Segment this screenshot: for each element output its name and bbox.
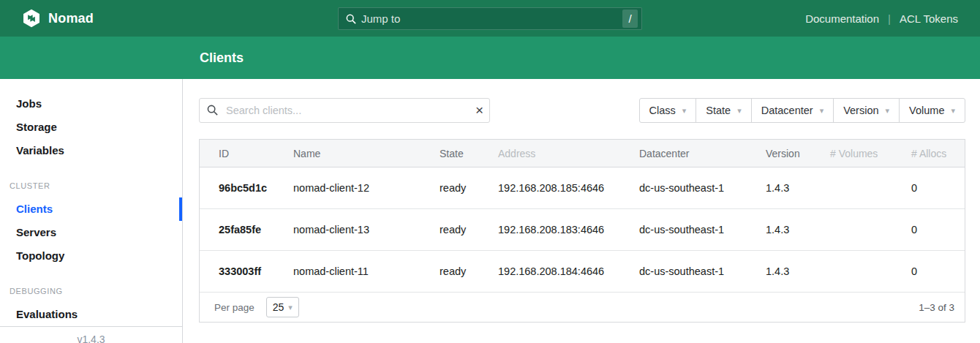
search-icon [346, 14, 356, 24]
filter-volume[interactable]: Volume ▾ [899, 98, 965, 123]
client-volumes [830, 209, 911, 251]
sidebar-item-servers[interactable]: Servers [0, 221, 182, 244]
filter-version[interactable]: Version ▾ [833, 98, 900, 123]
client-volumes [830, 167, 911, 209]
active-indicator [179, 197, 182, 221]
client-volumes [830, 251, 911, 293]
version-label: v1.4.3 [0, 326, 182, 343]
clear-search-button[interactable]: × [475, 102, 483, 119]
filter-label: Version [843, 105, 878, 116]
pagination-range: 1–3 of 3 [919, 302, 954, 313]
filter-label: Datacenter [761, 105, 813, 116]
sidebar-item-evaluations[interactable]: Evaluations [0, 303, 182, 326]
column-header-datacenter[interactable]: Datacenter [639, 140, 766, 167]
client-search: × [199, 98, 490, 123]
client-address: 192.168.208.185:4646 [498, 167, 639, 209]
client-name: nomad-client-12 [293, 167, 440, 209]
column-header-address: Address [498, 140, 639, 167]
table-row[interactable]: 333003ff nomad-client-11 ready 192.168.2… [200, 251, 965, 293]
chevron-down-icon: ▾ [737, 106, 742, 116]
column-header-version[interactable]: Version [766, 140, 830, 167]
client-address: 192.168.208.183:4646 [498, 209, 639, 251]
keyboard-shortcut-hint: / [622, 10, 638, 28]
table-header-row: ID Name State Address Datacenter Version… [200, 140, 965, 167]
top-navbar: Nomad / Documentation | ACL Tokens [0, 0, 980, 37]
client-address: 192.168.208.184:4646 [498, 251, 639, 293]
per-page-value: 25 [273, 301, 284, 313]
column-header-name[interactable]: Name [293, 140, 440, 167]
table-row[interactable]: 96bc5d1c nomad-client-12 ready 192.168.2… [200, 167, 965, 209]
jump-to-search[interactable]: / [338, 7, 642, 30]
column-header-id[interactable]: ID [200, 140, 293, 167]
sidebar-item-jobs[interactable]: Jobs [0, 92, 182, 116]
filter-state[interactable]: State ▾ [696, 98, 751, 123]
filter-label: Volume [909, 105, 944, 116]
per-page-label: Per page [214, 302, 255, 313]
toolbar: × Class ▾ State ▾ Datacenter ▾ Version ▾ [199, 98, 965, 123]
page-title: Clients [200, 50, 244, 66]
documentation-link[interactable]: Documentation [805, 12, 879, 25]
client-state: ready [440, 209, 498, 251]
column-header-volumes: # Volumes [830, 140, 911, 167]
chevron-down-icon: ▾ [886, 106, 890, 116]
client-datacenter: dc-us-southeast-1 [639, 209, 766, 251]
table-row[interactable]: 25fa85fe nomad-client-13 ready 192.168.2… [200, 209, 965, 251]
client-datacenter: dc-us-southeast-1 [639, 251, 766, 293]
sidebar-item-storage[interactable]: Storage [0, 116, 182, 139]
sidebar-item-topology[interactable]: Topology [0, 244, 182, 268]
search-clients-input[interactable] [199, 98, 490, 123]
column-header-allocs: # Allocs [911, 140, 965, 167]
brand-name: Nomad [48, 11, 94, 26]
column-header-state[interactable]: State [440, 140, 498, 167]
client-version: 1.4.3 [766, 209, 830, 251]
filter-label: State [706, 105, 731, 116]
client-name: nomad-client-13 [293, 209, 440, 251]
client-datacenter: dc-us-southeast-1 [639, 167, 766, 209]
navbar-links: Documentation | ACL Tokens [805, 12, 958, 25]
client-allocs: 0 [911, 167, 965, 209]
jump-to-input[interactable] [361, 12, 622, 25]
client-version: 1.4.3 [766, 167, 830, 209]
chevron-down-icon: ▾ [951, 106, 955, 116]
client-state: ready [440, 167, 498, 209]
search-icon [207, 105, 218, 116]
main-content: × Class ▾ State ▾ Datacenter ▾ Version ▾ [183, 79, 980, 343]
filter-datacenter[interactable]: Datacenter ▾ [751, 98, 834, 123]
chevron-down-icon: ▾ [682, 106, 687, 116]
client-allocs: 0 [911, 251, 965, 293]
link-separator: | [888, 12, 891, 25]
client-allocs: 0 [911, 209, 965, 251]
sidebar-item-label: Clients [16, 203, 53, 215]
sidebar: Jobs Storage Variables CLUSTER Clients S… [0, 79, 183, 343]
chevron-down-icon: ▾ [288, 303, 293, 312]
page-header: Clients [0, 37, 980, 79]
sidebar-section-cluster: CLUSTER [0, 178, 182, 193]
client-id: 25fa85fe [200, 209, 293, 251]
acl-tokens-link[interactable]: ACL Tokens [900, 12, 958, 25]
filter-group: Class ▾ State ▾ Datacenter ▾ Version ▾ V… [639, 98, 965, 123]
sidebar-item-clients[interactable]: Clients [0, 197, 182, 221]
client-id: 333003ff [200, 251, 293, 293]
client-state: ready [440, 251, 498, 293]
chevron-down-icon: ▾ [820, 106, 824, 116]
clients-table: ID Name State Address Datacenter Version… [199, 139, 965, 323]
filter-class[interactable]: Class ▾ [639, 98, 697, 123]
nomad-cube-icon [22, 9, 41, 28]
sidebar-section-debugging: DEBUGGING [0, 284, 182, 298]
filter-label: Class [649, 105, 676, 116]
client-name: nomad-client-11 [293, 251, 440, 293]
nomad-logo[interactable]: Nomad [22, 9, 94, 28]
client-version: 1.4.3 [766, 251, 830, 293]
table-footer: Per page 25 ▾ 1–3 of 3 [200, 293, 965, 322]
per-page-select[interactable]: 25 ▾ [266, 297, 299, 317]
client-id: 96bc5d1c [200, 167, 293, 209]
sidebar-item-variables[interactable]: Variables [0, 139, 182, 162]
